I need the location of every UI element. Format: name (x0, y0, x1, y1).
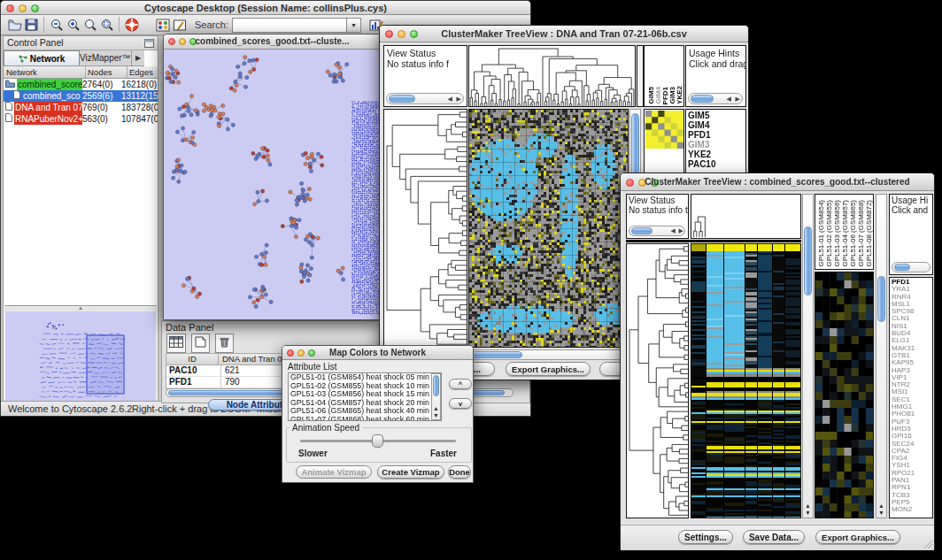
gene-label: PFD1 (686, 130, 745, 140)
heatmap-canvas[interactable] (691, 244, 800, 518)
zoom-fit-icon[interactable] (81, 17, 98, 33)
export-graphics-button[interactable]: Export Graphics... (815, 530, 900, 544)
tab-overflow-button[interactable]: ▶ (131, 50, 145, 65)
dialog-title: Map Colors to Network (282, 348, 473, 357)
network-view-window: combined_scores_good.txt--cluste... (163, 34, 382, 320)
cytoscape-titlebar[interactable]: Cytoscape Desktop (Session Name: collins… (1, 1, 530, 15)
column-labels-panel: GIM5GIM4PFD1GIM3YKE2PAC10 (644, 45, 684, 107)
network-name-label: combined_sco (22, 90, 81, 102)
speed-slider-thumb[interactable] (372, 434, 383, 448)
table-icon[interactable] (166, 334, 186, 353)
settings-button[interactable]: Settings... (678, 530, 733, 544)
usage-hints-hscrollbar[interactable] (892, 262, 930, 272)
similarity-matrix-canvas[interactable] (645, 111, 683, 149)
usage-hints-title: Usage Hi (890, 195, 932, 205)
column-dendrogram-canvas[interactable] (691, 195, 800, 238)
secondary-heatmap-canvas[interactable] (815, 272, 873, 518)
network-name-cell: combined_scores (4, 79, 82, 90)
panel-separator (626, 240, 801, 242)
gene-label: PAC10 (686, 159, 745, 169)
tab-vizmapper[interactable]: VizMapper™ (80, 50, 131, 65)
gene-label: GIM3 (686, 140, 745, 150)
annotation-icon[interactable] (171, 17, 188, 33)
overview-resize-handle[interactable]: ▲ (4, 306, 157, 311)
network-view-title: combined_scores_good.txt--cluste... (164, 36, 381, 46)
row-dendrogram-panel[interactable] (383, 109, 467, 348)
network-overview-canvas[interactable] (5, 311, 156, 401)
usage-hints-hscrollbar[interactable]: ◀ ▶ (688, 93, 743, 104)
vizmap-icon[interactable] (154, 17, 171, 33)
network-row-file-icon (5, 113, 12, 125)
network-table-row[interactable]: combined_sco2569(6)13112(15) (4, 90, 158, 102)
usage-hints-text: Click and (890, 205, 932, 215)
network-view-titlebar[interactable]: combined_scores_good.txt--cluste... (164, 35, 381, 50)
done-button[interactable]: Done (448, 465, 471, 479)
row-dendrogram-canvas[interactable] (384, 110, 467, 347)
animation-speed-label: Animation Speed (290, 423, 362, 433)
network-nodes-cell: 2764(0) (82, 79, 121, 90)
create-vizmap-button[interactable]: Create Vizmap (377, 465, 444, 479)
dialog-titlebar[interactable]: Map Colors to Network (282, 346, 473, 360)
view-status-hscrollbar[interactable]: ◀ ▶ (386, 93, 464, 104)
secondary-heatmap-panel[interactable] (815, 272, 874, 518)
gene-list-vscrollbar[interactable]: ▲ ▼ (876, 194, 887, 518)
attribute-list-item[interactable]: GPL51-07 (GSM868) heat shock 60 min (289, 416, 441, 422)
export-graphics-button[interactable]: Export Graphics... (506, 362, 591, 376)
view-status-text: No status info f (384, 58, 467, 69)
heatmap-column-label: GPL51-08 (GSM872) (865, 200, 873, 267)
zoom-out-icon[interactable] (48, 17, 65, 33)
network-canvas[interactable] (164, 50, 381, 319)
column-dendrogram-canvas[interactable] (469, 46, 635, 106)
search-input[interactable] (232, 18, 347, 33)
attribute-list-vscrollbar[interactable]: ▲ ▼ (431, 373, 441, 420)
network-table-header[interactable]: Network Nodes Edges (4, 66, 158, 79)
view-status-hscrollbar[interactable]: ◀ ▶ (629, 226, 685, 236)
heatmap-column-label: GPL51-02 (GSM855) (825, 200, 833, 267)
status-welcome: Welcome to Cytoscape 2.6.2 (8, 403, 132, 414)
save-data-button[interactable]: Save Data... (743, 530, 805, 544)
usage-hints-text: Click and drag to (686, 58, 745, 69)
map-colors-dialog: Map Colors to Network Attribute List GPL… (282, 345, 474, 483)
zoom-in-icon[interactable] (65, 17, 81, 33)
heatmap-column-label: PFD1 (661, 87, 668, 104)
search-dropdown-button[interactable]: ▼ (347, 18, 361, 33)
move-down-button[interactable]: v (449, 398, 472, 409)
heatmap-column-label: GPL51-03 (GSM856) (833, 200, 841, 267)
network-name-label: RNAPuberNov2+ (14, 113, 82, 125)
heatmap-vscrollbar[interactable]: ▲ ▼ (802, 194, 814, 518)
row-dendrogram-panel[interactable] (626, 243, 689, 518)
network-nodes-cell: 2569(6) (82, 90, 121, 102)
delete-attribute-icon[interactable] (215, 334, 234, 353)
attribute-listbox[interactable]: GPL51-01 (GSM854) heat shock 05 minGPL51… (288, 372, 442, 421)
new-attribute-icon[interactable] (191, 334, 210, 353)
zoom-selected-icon[interactable] (98, 17, 115, 33)
heatmap-canvas[interactable] (469, 110, 628, 347)
network-name-cell: DNA and Tran 07 (4, 102, 82, 113)
column-dendrogram-panel[interactable] (691, 194, 801, 239)
resize-grip[interactable] (923, 539, 933, 549)
float-panel-icon[interactable] (144, 38, 154, 51)
network-table-row[interactable]: DNA and Tran 07769(0)183728(0) (4, 102, 158, 113)
heatmap-hscrollbar[interactable]: ◀ ▶ (468, 349, 641, 360)
treeview-dna-titlebar[interactable]: ClusterMaker TreeView : DNA and Tran 07-… (380, 26, 748, 42)
spacer-strip (637, 45, 644, 107)
treeview-combined-titlebar[interactable]: ClusterMaker TreeView : combined_scores_… (621, 173, 934, 191)
gene-label: MON2 (890, 506, 932, 513)
heatmap-panel[interactable] (468, 109, 629, 348)
save-icon[interactable] (23, 17, 40, 33)
gene-label: GIM5 (686, 111, 745, 120)
network-table-row[interactable]: RNAPuberNov2+563(0)107847(0) (4, 113, 158, 125)
network-row-file-icon (13, 90, 20, 102)
network-table-row[interactable]: combined_scores2764(0)16218(0) (4, 79, 158, 90)
control-panel-header: Control Panel (4, 36, 158, 50)
row-dendrogram-canvas[interactable] (627, 244, 688, 518)
open-file-icon[interactable] (6, 17, 23, 33)
heatmap-panel[interactable] (691, 243, 801, 518)
move-up-button[interactable]: ^ (449, 379, 472, 389)
window-title: Cytoscape Desktop (Session Name: collins… (1, 3, 530, 13)
column-dendrogram-panel[interactable] (468, 45, 636, 107)
tab-network[interactable]: Network (4, 50, 80, 65)
help-lifering-icon[interactable] (123, 17, 140, 33)
faster-label: Faster (430, 449, 457, 458)
animate-vizmap-button[interactable]: Animate Vizmap (296, 465, 372, 479)
